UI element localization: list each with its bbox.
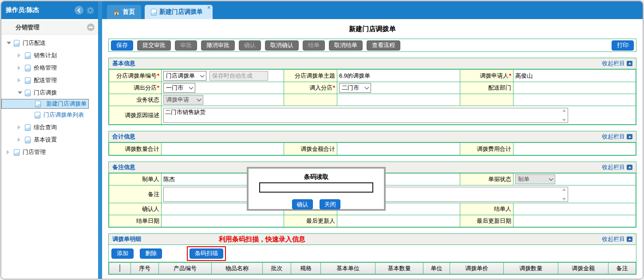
field-label: 备注 <box>109 185 162 203</box>
section-title: 合计信息 <box>112 133 135 141</box>
collapse-up-icon[interactable] <box>627 165 632 170</box>
barcode-hint-annotation: 利用条码扫描，快速录入信息 <box>219 235 305 244</box>
section-totals: 合计信息 收起栏目 调拨数量合计 调拨金额合计 调拨费用合计 <box>108 131 636 156</box>
close-date-value <box>162 215 284 227</box>
field-label <box>460 94 514 106</box>
expander-closed-icon[interactable] <box>18 125 20 130</box>
total-qty-value <box>162 143 284 155</box>
field-label: 最后更新人 <box>284 215 337 227</box>
expander-open-icon[interactable] <box>7 42 11 44</box>
order-no-type-select[interactable]: 门店调拨单 <box>163 71 206 81</box>
column-header: 单位 <box>423 263 450 274</box>
document-icon <box>35 112 40 118</box>
print-button[interactable]: 打印 <box>612 40 634 51</box>
column-header: 序号 <box>131 263 159 274</box>
sidebar-item-sales-plan[interactable]: 销售计划 <box>1 49 98 62</box>
expander-open-icon[interactable] <box>18 91 22 94</box>
collapse-section-control[interactable]: 收起栏目 <box>602 133 632 141</box>
sidebar: 操作员:陈杰 分销管理 <box>1 1 98 279</box>
sidebar-item-basic-settings[interactable]: 基本设置 <box>1 134 98 146</box>
submit-approval-button[interactable]: 提交审批 <box>137 40 171 51</box>
doc-status-select: 制单 <box>515 174 555 184</box>
section-details: 调拨单明细 利用条码扫描，快速录入信息 收起栏目 添加 删除 条码扫描 <box>108 233 636 275</box>
dialog-title: 条码读取 <box>249 173 384 181</box>
column-header: 物品名称 <box>212 263 263 274</box>
tab-new-store-transfer-order[interactable]: 新建门店调拨单 × <box>145 5 213 19</box>
select-all-cell <box>109 263 131 274</box>
document-icon <box>25 90 31 96</box>
section-basic-info: 基本信息 收起栏目 分店调拨单编号* 门店调拨单 保存时自动生成 分店调拨单主题… <box>108 58 636 125</box>
view-flow-button[interactable]: 查看流程 <box>367 40 400 51</box>
field-label: 最后更新日期 <box>460 215 514 227</box>
app-window: 操作员:陈杰 分销管理 <box>0 0 644 280</box>
sidebar-item-store-transfer-order-list[interactable]: 门店调拨单列表 <box>1 109 98 121</box>
cancel-close-order-button[interactable]: 取消结单 <box>329 40 363 51</box>
field-label: 确认人 <box>109 203 162 215</box>
chevron-down-icon <box>197 97 201 102</box>
collapse-up-icon[interactable] <box>627 134 632 139</box>
page-content: 新建门店调拨单 保存 提交审批 审批 撤消审批 确认 取消确认 结单 取消结单 … <box>102 19 643 279</box>
sidebar-item-price-management[interactable]: 价格管理 <box>1 62 98 74</box>
collapse-section-control[interactable]: 收起栏目 <box>602 163 632 171</box>
expander-closed-icon[interactable] <box>18 78 20 83</box>
document-icon <box>14 40 20 47</box>
collapse-panel-icon[interactable] <box>87 24 95 31</box>
sidebar-item-comprehensive-query[interactable]: 综合查询 <box>1 121 98 134</box>
expander-closed-icon[interactable] <box>18 138 20 142</box>
close-tab-icon[interactable]: × <box>207 5 210 10</box>
collapse-up-icon[interactable] <box>627 237 632 242</box>
column-header: 调拨数量 <box>504 263 558 274</box>
home-icon <box>113 9 120 15</box>
sidebar-tree: 门店配送 销售计划 价格管理 配送管理 门店调拨 新建门店调拨单 门店调拨单列表… <box>1 35 98 158</box>
section-title: 调拨单明细 <box>112 235 141 243</box>
select-all-checkbox[interactable] <box>119 264 120 272</box>
section-title: 备注信息 <box>112 163 135 171</box>
chevron-down-icon <box>365 85 369 90</box>
delivery-dept-value <box>514 82 636 94</box>
sidebar-item-new-store-transfer-order[interactable]: 新建门店调拨单 <box>1 99 89 109</box>
save-button[interactable]: 保存 <box>111 40 133 51</box>
column-header: 基本数量 <box>375 263 423 274</box>
textarea-scrollbar <box>561 109 567 122</box>
sidebar-item-store-distribution[interactable]: 门店配送 <box>1 37 98 49</box>
collapse-up-icon[interactable] <box>627 61 632 66</box>
column-header: 基本单位 <box>321 263 375 274</box>
delete-row-button[interactable]: 删除 <box>140 248 162 259</box>
dialog-close-button[interactable]: 关闭 <box>320 199 340 209</box>
in-store-select[interactable]: 二门市 <box>339 83 371 93</box>
field-label <box>284 94 337 106</box>
field-label: 调拨费用合计 <box>460 143 514 155</box>
accordion-header-distribution[interactable]: 分销管理 <box>1 20 98 35</box>
sidebar-item-store-transfer[interactable]: 门店调拨 <box>1 87 98 99</box>
barcode-input[interactable] <box>259 182 373 193</box>
sidebar-splitter[interactable] <box>98 1 102 279</box>
subject-value: 6.9的调拨单 <box>337 70 460 82</box>
chevron-down-icon <box>200 73 205 77</box>
sidebar-item-store-management[interactable]: 门店管理 <box>1 146 98 158</box>
expander-closed-icon[interactable] <box>18 66 20 70</box>
close-order-button: 结单 <box>303 40 325 51</box>
gear-icon[interactable] <box>86 6 95 15</box>
add-row-button[interactable]: 添加 <box>111 248 134 259</box>
cancel-confirm-button[interactable]: 取消确认 <box>265 40 299 51</box>
cancel-approval-button[interactable]: 撤消审批 <box>201 40 235 51</box>
collapse-section-control[interactable]: 收起栏目 <box>602 235 632 243</box>
barcode-scan-button[interactable]: 条码扫描 <box>190 248 223 259</box>
out-store-select[interactable]: 一门市 <box>163 83 195 93</box>
collapse-section-control[interactable]: 收起栏目 <box>602 59 632 67</box>
reason-textarea[interactable]: 二门市销售缺货 <box>163 108 568 123</box>
field-label: 调拨申请人* <box>460 70 514 82</box>
chevron-left-icon <box>78 8 82 12</box>
sidebar-item-delivery-management[interactable]: 配送管理 <box>1 74 98 87</box>
field-label: 调拨金额合计 <box>284 143 337 155</box>
confirm-button: 确认 <box>239 40 261 51</box>
document-icon <box>25 65 31 71</box>
tab-home[interactable]: 首页 <box>107 5 141 19</box>
field-label: 调入分店* <box>284 82 337 94</box>
document-icon <box>25 124 31 131</box>
field-label: 配送部门 <box>460 82 514 94</box>
dialog-confirm-button[interactable]: 确认 <box>292 199 313 209</box>
collapse-sidebar-icon[interactable] <box>75 6 83 15</box>
expander-closed-icon[interactable] <box>18 53 20 58</box>
expander-closed-icon[interactable] <box>7 150 9 154</box>
